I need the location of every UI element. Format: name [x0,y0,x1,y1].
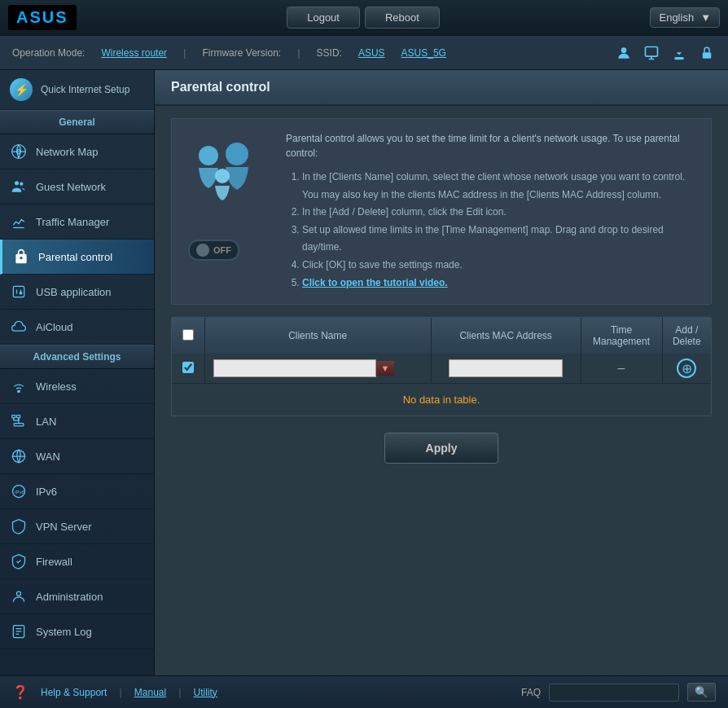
sidebar-item-system-log[interactable]: System Log [0,614,154,649]
sidebar-item-aicloud[interactable]: AiCloud [0,310,154,345]
sidebar-item-label: LAN [36,416,56,428]
svg-point-27 [199,146,218,165]
parental-control-image: OFF [188,131,270,292]
select-all-checkbox[interactable] [182,329,194,341]
ssid-label: SSID: [317,47,342,59]
sidebar-item-label: System Log [36,626,92,638]
svg-point-29 [215,169,230,183]
sidebar-item-lan[interactable]: LAN [0,404,154,439]
row-checkbox[interactable] [182,362,194,373]
col-time-management-header: Time Management [581,318,662,354]
content-area: Parental control [155,70,728,675]
op-bar-right [615,44,716,62]
sidebar-item-administration[interactable]: Administration [0,579,154,614]
sidebar-item-guest-network[interactable]: Guest Network [0,169,154,204]
description-box: OFF Parental control allows you to set t… [171,118,712,305]
sidebar-item-quick-setup[interactable]: ⚡ Quick Internet Setup [0,70,154,110]
row-add-delete-cell: ⊕ [662,354,711,384]
content-header: Parental control [155,70,728,106]
client-name-input[interactable] [213,359,376,377]
sidebar-item-label: IPv6 [36,486,57,498]
ssid-asus[interactable]: ASUS [358,47,385,59]
parental-toggle-container: OFF [188,240,270,261]
sidebar-item-label: Wireless [36,380,77,393]
sidebar-item-firewall[interactable]: Firewall [0,544,154,579]
toggle-knob [196,244,209,257]
network-map-icon [10,143,28,161]
sep2: | [178,686,181,698]
ssid-asus-5g[interactable]: ASUS_5G [401,47,446,59]
language-label: English [659,11,694,24]
help-support-link[interactable]: Help & Support [41,687,107,698]
sidebar-item-label: WAN [36,451,60,463]
svg-point-11 [18,390,20,393]
administration-icon [10,587,28,605]
sidebar-item-wireless[interactable]: Wireless [0,369,154,404]
manual-link[interactable]: Manual [134,687,166,698]
firewall-icon [10,552,28,570]
logout-button[interactable]: Logout [287,7,360,29]
no-data-cell: No data in table. [172,384,711,416]
svg-point-4 [15,181,19,185]
description-text: Parental control allows you to set the t… [286,131,695,292]
op-mode-value[interactable]: Wireless router [101,47,167,59]
svg-point-0 [621,47,627,53]
sidebar-item-label: AiCloud [36,321,73,333]
sidebar-item-vpn-server[interactable]: VPN Server [0,509,154,544]
ipv6-icon: IPv6 [10,482,28,500]
lock-status-icon [698,44,716,62]
faq-search-button[interactable]: 🔍 [687,683,716,701]
add-client-button[interactable]: ⊕ [677,358,696,378]
usb-application-icon [10,283,28,301]
parental-toggle[interactable]: OFF [188,240,239,261]
utility-link[interactable]: Utility [194,687,217,698]
wireless-icon [10,377,28,395]
sidebar-item-label: Traffic Manager [36,216,109,228]
faq-search-input[interactable] [549,684,679,701]
svg-rect-14 [14,424,24,426]
sidebar: ⚡ Quick Internet Setup General Network M… [0,70,155,675]
svg-rect-13 [17,416,20,418]
svg-rect-1 [646,46,658,56]
apply-button[interactable]: Apply [384,433,499,464]
op-mode-label: Operation Mode: [12,47,85,59]
quick-setup-label: Quick Internet Setup [41,84,129,95]
content-body: OFF Parental control allows you to set t… [155,106,728,476]
svg-point-28 [226,143,248,165]
user-status-icon [615,44,633,62]
sidebar-item-ipv6[interactable]: IPv6 IPv6 [0,474,154,509]
table-header-row: Clients Name Clients MAC Address Time Ma… [172,318,711,354]
language-selector[interactable]: English ▼ [650,7,720,28]
guest-network-icon [10,178,28,196]
svg-point-10 [20,292,22,294]
sidebar-item-usb-application[interactable]: USB application [0,275,154,310]
svg-point-22 [17,591,21,596]
svg-rect-12 [12,416,15,418]
logo-text: ASUS [16,8,68,26]
description-intro: Parental control allows you to set the t… [286,131,695,161]
sidebar-item-label: Network Map [36,146,99,158]
sidebar-item-parental-control[interactable]: Parental control [0,240,154,275]
table-row: ▼ – ⊕ [172,354,711,384]
bottom-bar-right: FAQ 🔍 [521,683,716,701]
sidebar-item-label: Guest Network [36,181,106,193]
mac-address-input[interactable] [449,359,563,377]
sidebar-item-label: Firewall [36,556,72,568]
col-mac-address-header: Clients MAC Address [431,318,581,354]
sidebar-item-network-map[interactable]: Network Map [0,134,154,169]
sidebar-item-traffic-manager[interactable]: Traffic Manager [0,204,154,240]
page-title: Parental control [171,80,712,95]
client-name-dropdown[interactable]: ▼ [376,361,395,376]
row-time-management-cell: – [581,354,662,384]
reboot-button[interactable]: Reboot [365,7,440,29]
tutorial-video-link[interactable]: Click to open the tutorial video. [302,277,448,288]
row-mac-cell [431,354,581,384]
sidebar-item-wan[interactable]: WAN [0,439,154,474]
operation-mode-bar: Operation Mode: Wireless router | Firmwa… [0,36,728,70]
clients-table: Clients Name Clients MAC Address Time Ma… [172,318,711,416]
svg-text:IPv6: IPv6 [15,490,24,495]
bottom-bar: ❓ Help & Support | Manual | Utility FAQ … [0,675,728,708]
sep1: | [119,686,121,698]
system-log-icon [10,622,28,640]
aicloud-icon [10,318,28,336]
